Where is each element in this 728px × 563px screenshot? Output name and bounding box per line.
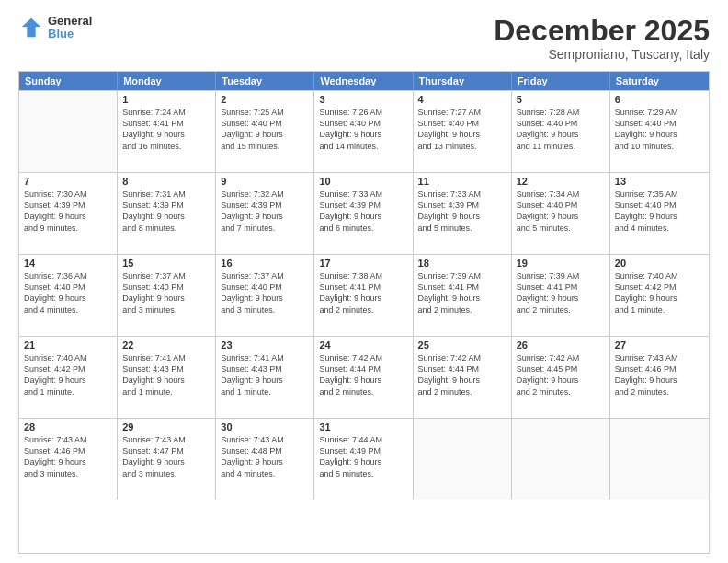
- day-number: 25: [418, 339, 506, 350]
- day-number: 15: [122, 258, 210, 269]
- header-day-thursday: Thursday: [414, 72, 512, 90]
- day-number: 16: [221, 258, 309, 269]
- header-day-sunday: Sunday: [19, 72, 118, 90]
- day-cell-23: 23Sunrise: 7:41 AMSunset: 4:43 PMDayligh…: [216, 337, 314, 418]
- day-info: Sunrise: 7:24 AMSunset: 4:41 PMDaylight:…: [122, 107, 210, 152]
- day-cell-28: 28Sunrise: 7:43 AMSunset: 4:46 PMDayligh…: [19, 419, 118, 500]
- title-block: December 2025 Semproniano, Tuscany, Ital…: [494, 15, 710, 62]
- day-cell-21: 21Sunrise: 7:40 AMSunset: 4:42 PMDayligh…: [19, 337, 118, 418]
- day-info: Sunrise: 7:37 AMSunset: 4:40 PMDaylight:…: [221, 270, 309, 316]
- day-cell-4: 4Sunrise: 7:27 AMSunset: 4:40 PMDaylight…: [414, 91, 512, 172]
- day-number: 19: [517, 258, 605, 269]
- day-number: 31: [319, 421, 407, 432]
- calendar: SundayMondayTuesdayWednesdayThursdayFrid…: [18, 71, 710, 554]
- day-cell-27: 27Sunrise: 7:43 AMSunset: 4:46 PMDayligh…: [610, 337, 709, 418]
- day-number: 14: [24, 258, 112, 269]
- day-number: 17: [319, 258, 407, 269]
- day-info: Sunrise: 7:30 AMSunset: 4:39 PMDaylight:…: [24, 189, 112, 234]
- day-info: Sunrise: 7:36 AMSunset: 4:40 PMDaylight:…: [24, 270, 112, 316]
- calendar-row-0: 1Sunrise: 7:24 AMSunset: 4:41 PMDaylight…: [19, 90, 709, 172]
- day-number: 2: [221, 94, 309, 105]
- day-cell-5: 5Sunrise: 7:28 AMSunset: 4:40 PMDaylight…: [512, 91, 610, 172]
- day-number: 10: [319, 176, 407, 187]
- day-cell-empty-4-4: [414, 419, 512, 500]
- calendar-title: December 2025: [494, 15, 710, 47]
- day-number: 27: [615, 339, 704, 350]
- page: General Blue December 2025 Semproniano, …: [0, 0, 728, 563]
- day-info: Sunrise: 7:40 AMSunset: 4:42 PMDaylight:…: [24, 352, 112, 397]
- day-cell-15: 15Sunrise: 7:37 AMSunset: 4:40 PMDayligh…: [118, 255, 216, 336]
- day-number: 18: [418, 258, 506, 269]
- day-info: Sunrise: 7:43 AMSunset: 4:48 PMDaylight:…: [221, 434, 309, 479]
- logo-line2: Blue: [48, 28, 92, 40]
- day-cell-10: 10Sunrise: 7:33 AMSunset: 4:39 PMDayligh…: [314, 173, 413, 254]
- day-cell-6: 6Sunrise: 7:29 AMSunset: 4:40 PMDaylight…: [610, 91, 709, 172]
- day-number: 6: [615, 94, 704, 105]
- day-cell-13: 13Sunrise: 7:35 AMSunset: 4:40 PMDayligh…: [610, 173, 709, 254]
- calendar-subtitle: Semproniano, Tuscany, Italy: [494, 47, 710, 62]
- day-info: Sunrise: 7:43 AMSunset: 4:47 PMDaylight:…: [122, 434, 210, 479]
- header-day-monday: Monday: [118, 72, 216, 90]
- day-cell-empty-4-6: [610, 419, 709, 500]
- day-number: 8: [122, 176, 210, 187]
- day-number: 23: [221, 339, 309, 350]
- day-number: 5: [517, 94, 605, 105]
- day-info: Sunrise: 7:33 AMSunset: 4:39 PMDaylight:…: [418, 189, 506, 234]
- day-info: Sunrise: 7:43 AMSunset: 4:46 PMDaylight:…: [615, 352, 704, 397]
- day-number: 13: [615, 176, 704, 187]
- day-number: 22: [122, 339, 210, 350]
- day-info: Sunrise: 7:38 AMSunset: 4:41 PMDaylight:…: [319, 270, 407, 316]
- day-cell-empty-4-5: [512, 419, 610, 500]
- day-info: Sunrise: 7:42 AMSunset: 4:45 PMDaylight:…: [517, 352, 605, 397]
- day-cell-empty-0-0: [19, 91, 118, 172]
- day-cell-19: 19Sunrise: 7:39 AMSunset: 4:41 PMDayligh…: [512, 255, 610, 336]
- day-number: 26: [517, 339, 605, 350]
- day-cell-30: 30Sunrise: 7:43 AMSunset: 4:48 PMDayligh…: [216, 419, 314, 500]
- day-info: Sunrise: 7:26 AMSunset: 4:40 PMDaylight:…: [319, 107, 407, 152]
- day-cell-22: 22Sunrise: 7:41 AMSunset: 4:43 PMDayligh…: [118, 337, 216, 418]
- day-cell-9: 9Sunrise: 7:32 AMSunset: 4:39 PMDaylight…: [216, 173, 314, 254]
- day-info: Sunrise: 7:39 AMSunset: 4:41 PMDaylight:…: [517, 270, 605, 316]
- day-number: 3: [319, 94, 407, 105]
- day-number: 12: [517, 176, 605, 187]
- day-number: 4: [418, 94, 506, 105]
- day-info: Sunrise: 7:41 AMSunset: 4:43 PMDaylight:…: [122, 352, 210, 397]
- logo-line1: General: [48, 15, 92, 28]
- day-number: 24: [319, 339, 407, 350]
- day-cell-3: 3Sunrise: 7:26 AMSunset: 4:40 PMDaylight…: [314, 91, 413, 172]
- calendar-row-3: 21Sunrise: 7:40 AMSunset: 4:42 PMDayligh…: [19, 336, 709, 418]
- day-cell-26: 26Sunrise: 7:42 AMSunset: 4:45 PMDayligh…: [512, 337, 610, 418]
- header-day-tuesday: Tuesday: [216, 72, 314, 90]
- day-number: 9: [221, 176, 309, 187]
- day-info: Sunrise: 7:42 AMSunset: 4:44 PMDaylight:…: [418, 352, 506, 397]
- day-info: Sunrise: 7:40 AMSunset: 4:42 PMDaylight:…: [615, 270, 704, 316]
- header-day-wednesday: Wednesday: [314, 72, 413, 90]
- day-number: 20: [615, 258, 704, 269]
- day-cell-20: 20Sunrise: 7:40 AMSunset: 4:42 PMDayligh…: [610, 255, 709, 336]
- day-info: Sunrise: 7:32 AMSunset: 4:39 PMDaylight:…: [221, 189, 309, 234]
- day-cell-7: 7Sunrise: 7:30 AMSunset: 4:39 PMDaylight…: [19, 173, 118, 254]
- day-info: Sunrise: 7:37 AMSunset: 4:40 PMDaylight:…: [122, 270, 210, 316]
- day-number: 29: [122, 421, 210, 432]
- day-cell-31: 31Sunrise: 7:44 AMSunset: 4:49 PMDayligh…: [314, 419, 413, 500]
- day-info: Sunrise: 7:33 AMSunset: 4:39 PMDaylight:…: [319, 189, 407, 234]
- day-info: Sunrise: 7:35 AMSunset: 4:40 PMDaylight:…: [615, 189, 704, 234]
- calendar-body: 1Sunrise: 7:24 AMSunset: 4:41 PMDaylight…: [19, 90, 709, 500]
- day-number: 1: [122, 94, 210, 105]
- day-info: Sunrise: 7:25 AMSunset: 4:40 PMDaylight:…: [221, 107, 309, 152]
- day-cell-18: 18Sunrise: 7:39 AMSunset: 4:41 PMDayligh…: [414, 255, 512, 336]
- day-info: Sunrise: 7:34 AMSunset: 4:40 PMDaylight:…: [517, 189, 605, 234]
- day-cell-8: 8Sunrise: 7:31 AMSunset: 4:39 PMDaylight…: [118, 173, 216, 254]
- day-number: 7: [24, 176, 112, 187]
- day-number: 11: [418, 176, 506, 187]
- day-info: Sunrise: 7:44 AMSunset: 4:49 PMDaylight:…: [319, 434, 407, 479]
- day-cell-14: 14Sunrise: 7:36 AMSunset: 4:40 PMDayligh…: [19, 255, 118, 336]
- header-day-saturday: Saturday: [610, 72, 709, 90]
- day-number: 30: [221, 421, 309, 432]
- day-cell-16: 16Sunrise: 7:37 AMSunset: 4:40 PMDayligh…: [216, 255, 314, 336]
- day-info: Sunrise: 7:31 AMSunset: 4:39 PMDaylight:…: [122, 189, 210, 234]
- day-cell-1: 1Sunrise: 7:24 AMSunset: 4:41 PMDaylight…: [118, 91, 216, 172]
- day-info: Sunrise: 7:39 AMSunset: 4:41 PMDaylight:…: [418, 270, 506, 316]
- day-info: Sunrise: 7:42 AMSunset: 4:44 PMDaylight:…: [319, 352, 407, 397]
- logo-icon: [18, 15, 44, 40]
